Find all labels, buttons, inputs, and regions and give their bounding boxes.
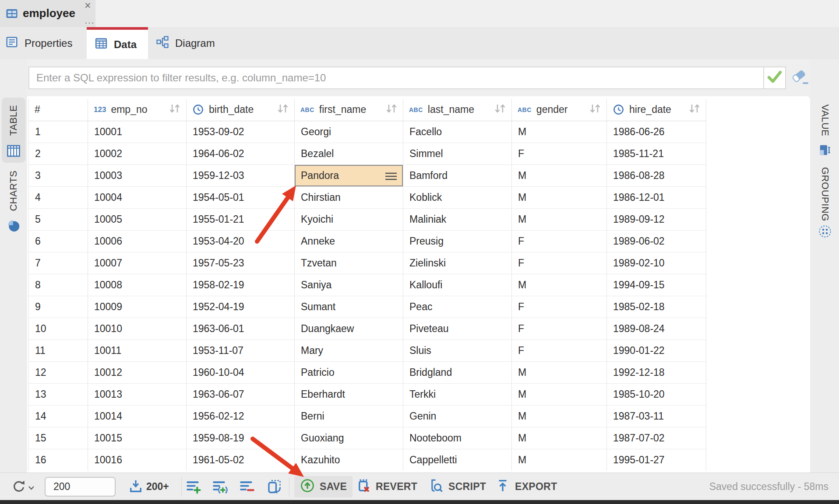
value-panel-icon[interactable]: [818, 144, 832, 158]
grid-cell[interactable]: Berni: [295, 405, 403, 427]
grid-cell[interactable]: 1963-06-01: [187, 318, 295, 340]
grid-cell[interactable]: Terkki: [403, 383, 512, 405]
cell-menu-icon[interactable]: [384, 172, 398, 183]
grid-cell[interactable]: F: [512, 252, 607, 274]
sort-icon[interactable]: [588, 103, 602, 117]
grid-cell[interactable]: 10002: [88, 143, 187, 164]
sidebar-tab-charts-label[interactable]: CHARTS: [8, 170, 19, 211]
grid-cell[interactable]: Patricio: [295, 361, 403, 383]
grid-cell[interactable]: Kyoichi: [295, 208, 403, 230]
grid-cell[interactable]: Zielinski: [403, 252, 512, 274]
grid-cell[interactable]: 10011: [88, 340, 187, 361]
sort-icon[interactable]: [276, 103, 290, 117]
row-number-cell[interactable]: 1: [29, 121, 88, 143]
column-header-rownum[interactable]: #: [29, 99, 88, 121]
grid-cell[interactable]: 10008: [88, 274, 187, 296]
grid-cell[interactable]: 1986-08-28: [607, 164, 706, 186]
grid-cell[interactable]: Simmel: [403, 143, 512, 164]
grid-cell[interactable]: 10009: [88, 296, 187, 318]
grid-cell[interactable]: M: [512, 383, 607, 405]
tab-properties[interactable]: Properties: [0, 27, 86, 59]
delete-row-icon[interactable]: [239, 479, 255, 496]
grid-cell[interactable]: M: [512, 427, 607, 449]
grid-cell[interactable]: M: [512, 164, 607, 186]
overflow-icon[interactable]: …: [84, 14, 95, 26]
grid-cell[interactable]: 1953-09-02: [187, 121, 295, 143]
edit-in-dialog-icon[interactable]: [266, 479, 282, 496]
grid-cell[interactable]: 10001: [88, 121, 187, 143]
grid-cell[interactable]: 1985-10-20: [607, 383, 706, 405]
grid-cell[interactable]: Bridgland: [403, 361, 512, 383]
grid-cell[interactable]: Kazuhito: [295, 449, 403, 471]
refresh-dropdown-chevron-icon[interactable]: [28, 484, 35, 492]
grid-cell[interactable]: 1989-08-24: [607, 318, 706, 340]
grid-cell[interactable]: 10004: [88, 186, 187, 208]
grid-cell[interactable]: M: [512, 405, 607, 427]
script-button[interactable]: SCRIPT: [423, 476, 492, 497]
tab-data[interactable]: Data: [87, 27, 148, 59]
column-header-birth_date[interactable]: birth_date: [187, 99, 295, 121]
row-number-cell[interactable]: 5: [29, 208, 88, 230]
grid-cell[interactable]: 10005: [88, 208, 187, 230]
column-header-gender[interactable]: ABCgender: [512, 99, 607, 121]
grid-cell[interactable]: F: [512, 318, 607, 340]
grid-cell[interactable]: Cappelletti: [403, 449, 512, 471]
tab-diagram[interactable]: Diagram: [149, 27, 231, 59]
grid-cell[interactable]: M: [512, 274, 607, 296]
row-number-cell[interactable]: 6: [29, 230, 88, 252]
grid-cell[interactable]: Eberhardt: [295, 383, 403, 405]
revert-button[interactable]: REVERT: [350, 476, 423, 497]
grid-cell[interactable]: Bamford: [403, 164, 512, 186]
panel-tab-grouping-label[interactable]: GROUPING: [819, 167, 831, 221]
sidebar-tab-table-label[interactable]: TABLE: [8, 105, 19, 136]
sort-icon[interactable]: [168, 103, 182, 117]
grid-cell[interactable]: Piveteau: [403, 318, 512, 340]
grid-cell[interactable]: 1989-06-02: [607, 230, 706, 252]
grid-cell[interactable]: 10010: [88, 318, 187, 340]
grid-cell[interactable]: 1985-02-18: [607, 296, 706, 318]
grid-cell[interactable]: 10016: [88, 449, 187, 471]
pie-chart-icon[interactable]: [7, 219, 20, 234]
sort-icon[interactable]: [687, 103, 702, 117]
grid-cell[interactable]: Koblick: [403, 186, 512, 208]
grid-cell[interactable]: 10013: [88, 383, 187, 405]
panel-tab-value-label[interactable]: VALUE: [819, 104, 831, 136]
grid-cell[interactable]: 10003: [88, 164, 187, 186]
grid-cell[interactable]: 1959-12-03: [187, 164, 295, 186]
grid-cell[interactable]: F: [512, 296, 607, 318]
row-number-cell[interactable]: 14: [29, 405, 88, 427]
save-button[interactable]: SAVE: [294, 476, 353, 497]
grid-cell[interactable]: 1987-03-11: [607, 405, 706, 427]
grid-cell[interactable]: Kalloufi: [403, 274, 512, 296]
row-number-cell[interactable]: 3: [29, 164, 88, 186]
grid-cell[interactable]: 1953-04-20: [187, 230, 295, 252]
grid-cell[interactable]: Tzvetan: [295, 252, 403, 274]
grid-cell[interactable]: Chirstian: [295, 186, 403, 208]
duplicate-row-icon[interactable]: [212, 479, 228, 496]
grid-cell[interactable]: 1964-06-02: [187, 143, 295, 164]
grid-cell[interactable]: 1954-05-01: [187, 186, 295, 208]
add-row-icon[interactable]: [186, 479, 201, 496]
sort-icon[interactable]: [384, 103, 398, 117]
grid-cell[interactable]: 1985-11-21: [607, 143, 706, 164]
grid-cell[interactable]: Duangkaew: [295, 318, 403, 340]
grid-cell[interactable]: 1957-05-23: [187, 252, 295, 274]
grid-cell[interactable]: F: [512, 230, 607, 252]
grid-cell[interactable]: Saniya: [295, 274, 403, 296]
grid-cell[interactable]: 1992-12-18: [607, 361, 706, 383]
grid-cell[interactable]: Georgi: [295, 121, 403, 143]
close-icon[interactable]: ×: [85, 0, 91, 10]
row-number-cell[interactable]: 16: [29, 449, 88, 471]
grid-cell[interactable]: 1987-07-02: [607, 427, 706, 449]
grid-cell[interactable]: 10014: [88, 405, 187, 427]
grid-cell[interactable]: 1994-09-15: [607, 274, 706, 296]
fetch-more-label[interactable]: 200+: [146, 473, 169, 500]
grid-cell[interactable]: 1960-10-04: [187, 361, 295, 383]
grid-cell[interactable]: 1963-06-07: [187, 383, 295, 405]
row-number-cell[interactable]: 10: [29, 318, 88, 340]
column-header-first_name[interactable]: ABCfirst_name: [295, 99, 403, 121]
grid-cell[interactable]: Preusig: [403, 230, 512, 252]
column-header-hire_date[interactable]: hire_date: [607, 99, 706, 121]
grid-cell[interactable]: 1990-01-22: [607, 340, 706, 361]
grid-cell[interactable]: M: [512, 449, 607, 471]
